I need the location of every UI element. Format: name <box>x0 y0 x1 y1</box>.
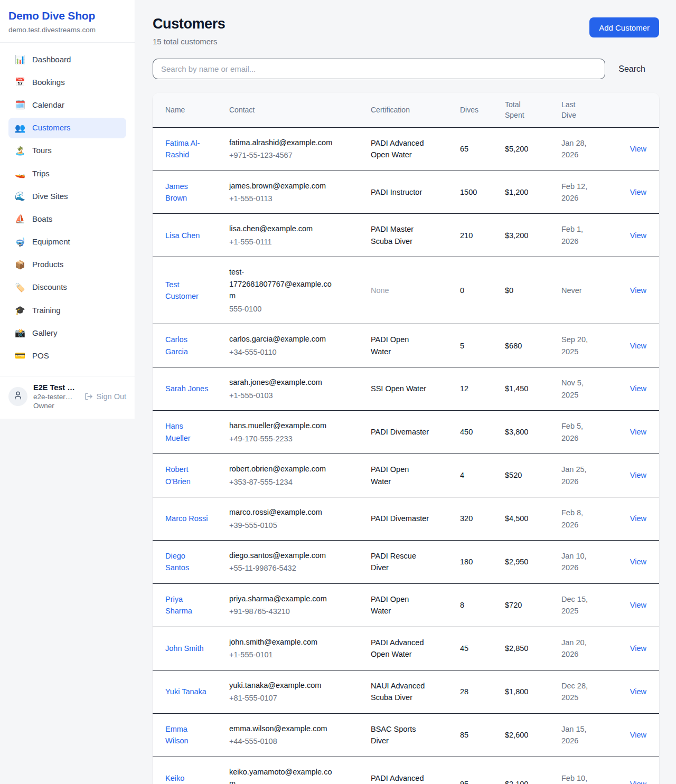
customer-email: carlos.garcia@example.com <box>229 333 335 345</box>
table-row: Diego Santosdiego.santos@example.com+55-… <box>153 540 659 583</box>
discounts-icon: 🏷️ <box>15 282 25 292</box>
customer-total-spent: $3,200 <box>505 214 561 257</box>
view-customer-link[interactable]: View <box>630 514 646 523</box>
customer-dives: 320 <box>460 497 505 541</box>
sidebar-item-label: Tours <box>32 146 52 155</box>
customer-last-dive: Dec 28, 2025 <box>561 680 590 704</box>
customer-dives: 4 <box>460 454 505 497</box>
view-customer-link[interactable]: View <box>630 384 646 393</box>
sign-out-label: Sign Out <box>97 392 126 401</box>
customer-name-link[interactable]: Keiko Yamamoto <box>165 772 210 784</box>
customer-last-dive: Jan 25, 2026 <box>561 464 590 487</box>
view-customer-link[interactable]: View <box>630 731 646 739</box>
view-customer-link[interactable]: View <box>630 342 646 350</box>
view-customer-link[interactable]: View <box>630 188 646 196</box>
customer-phone: +55-11-99876-5432 <box>229 562 363 574</box>
view-customer-link[interactable]: View <box>630 145 646 153</box>
customer-name-link[interactable]: John Smith <box>165 643 204 654</box>
view-customer-link[interactable]: View <box>630 231 646 240</box>
sidebar-nav: 📊Dashboard📅Bookings🗓️Calendar👥Customers🏝… <box>0 43 135 376</box>
customer-phone: +44-555-0108 <box>229 735 363 747</box>
user-email: e2e-tester@... <box>33 393 79 401</box>
user-name: E2E Test U... <box>33 383 79 392</box>
view-customer-link[interactable]: View <box>630 558 646 566</box>
avatar <box>8 387 27 406</box>
customer-certification: PADI Rescue Diver <box>371 550 430 574</box>
customer-phone: +1-555-0103 <box>229 390 363 401</box>
sidebar-item-products[interactable]: 📦Products <box>8 254 126 275</box>
sidebar-item-gallery[interactable]: 📸Gallery <box>8 323 126 343</box>
customer-phone: +1-555-0113 <box>229 193 363 204</box>
sidebar-item-trips[interactable]: 🚤Trips <box>8 163 126 184</box>
search-button[interactable]: Search <box>605 64 659 74</box>
sidebar-item-label: Discounts <box>32 282 67 292</box>
view-customer-link[interactable]: View <box>630 471 646 479</box>
sidebar-item-training[interactable]: 🎓Training <box>8 300 126 320</box>
customer-name-link[interactable]: Lisa Chen <box>165 230 200 241</box>
sidebar-item-dive-sites[interactable]: 🌊Dive Sites <box>8 186 126 206</box>
equipment-icon: 🤿 <box>15 237 25 247</box>
search-input[interactable] <box>153 59 605 79</box>
view-customer-link[interactable]: View <box>630 286 646 295</box>
customer-name-link[interactable]: Emma Wilson <box>165 723 210 747</box>
customer-total-spent: $2,600 <box>505 713 561 757</box>
table-row: Robert O'Brienrobert.obrien@example.com+… <box>153 454 659 497</box>
sidebar-item-label: Boats <box>32 214 52 224</box>
view-customer-link[interactable]: View <box>630 601 646 609</box>
add-customer-button[interactable]: Add Customer <box>589 17 659 37</box>
sidebar: Demo Dive Shop demo.test.divestreams.com… <box>0 0 135 419</box>
customer-name-link[interactable]: James Brown <box>165 181 210 204</box>
customer-last-dive: Jan 15, 2026 <box>561 723 590 747</box>
customer-name-link[interactable]: Diego Santos <box>165 550 210 574</box>
sidebar-user-footer: E2E Test U... e2e-tester@... Owner Sign … <box>0 376 135 419</box>
sidebar-item-customers[interactable]: 👥Customers <box>8 118 126 138</box>
view-customer-link[interactable]: View <box>630 780 646 784</box>
sidebar-item-calendar[interactable]: 🗓️Calendar <box>8 95 126 115</box>
customer-name-link[interactable]: Fatima Al-Rashid <box>165 137 210 161</box>
customers-icon: 👥 <box>15 123 25 133</box>
sidebar-item-discounts[interactable]: 🏷️Discounts <box>8 277 126 298</box>
table-row: Sarah Jonessarah.jones@example.com+1-555… <box>153 367 659 411</box>
sidebar-item-pos[interactable]: 💳POS <box>8 345 126 366</box>
sidebar-item-dashboard[interactable]: 📊Dashboard <box>8 49 126 70</box>
customer-total-spent: $5,200 <box>505 127 561 171</box>
customer-last-dive: Never <box>561 285 582 296</box>
customers-table-card: NameContactCertificationDivesTotal Spent… <box>153 93 659 784</box>
column-header-certification: Certification <box>371 93 460 127</box>
customer-name-link[interactable]: Sarah Jones <box>165 383 208 394</box>
customer-name-link[interactable]: Marco Rossi <box>165 513 208 524</box>
page-header: Customers 15 total customers Add Custome… <box>153 16 659 46</box>
view-customer-link[interactable]: View <box>630 428 646 436</box>
sign-out-button[interactable]: Sign Out <box>84 392 126 401</box>
customer-name-link[interactable]: Test Customer <box>165 279 210 303</box>
sidebar-item-equipment[interactable]: 🤿Equipment <box>8 232 126 252</box>
customer-total-spent: $2,950 <box>505 540 561 583</box>
customer-name-link[interactable]: Priya Sharma <box>165 593 210 617</box>
table-row: Priya Sharmapriya.sharma@example.com+91-… <box>153 583 659 627</box>
table-row: James Brownjames.brown@example.com+1-555… <box>153 171 659 214</box>
customer-certification: PADI Advanced Open Water <box>371 137 430 161</box>
view-customer-link[interactable]: View <box>630 687 646 696</box>
table-row: Carlos Garciacarlos.garcia@example.com+3… <box>153 324 659 367</box>
customer-total-spent: $4,500 <box>505 497 561 541</box>
sidebar-item-boats[interactable]: ⛵Boats <box>8 209 126 229</box>
sidebar-item-tours[interactable]: 🏝️Tours <box>8 140 126 161</box>
customer-total-spent: $1,450 <box>505 367 561 411</box>
customer-email: sarah.jones@example.com <box>229 376 335 388</box>
customer-last-dive: Jan 20, 2026 <box>561 637 590 660</box>
customer-name-link[interactable]: Hans Mueller <box>165 420 210 444</box>
customer-dives: 210 <box>460 214 505 257</box>
sidebar-item-label: Products <box>32 260 63 269</box>
customer-certification: PADI Divemaster <box>371 513 429 524</box>
customer-last-dive: Jan 28, 2026 <box>561 137 590 161</box>
products-icon: 📦 <box>15 260 25 270</box>
customer-total-spent: $1,800 <box>505 670 561 713</box>
customer-name-link[interactable]: Carlos Garcia <box>165 334 210 357</box>
customer-name-link[interactable]: Robert O'Brien <box>165 464 210 487</box>
sidebar-item-bookings[interactable]: 📅Bookings <box>8 72 126 92</box>
view-customer-link[interactable]: View <box>630 644 646 653</box>
customer-certification: None <box>371 285 389 296</box>
customer-name-link[interactable]: Yuki Tanaka <box>165 686 206 697</box>
boats-icon: ⛵ <box>15 214 25 224</box>
calendar-icon: 🗓️ <box>15 100 25 110</box>
